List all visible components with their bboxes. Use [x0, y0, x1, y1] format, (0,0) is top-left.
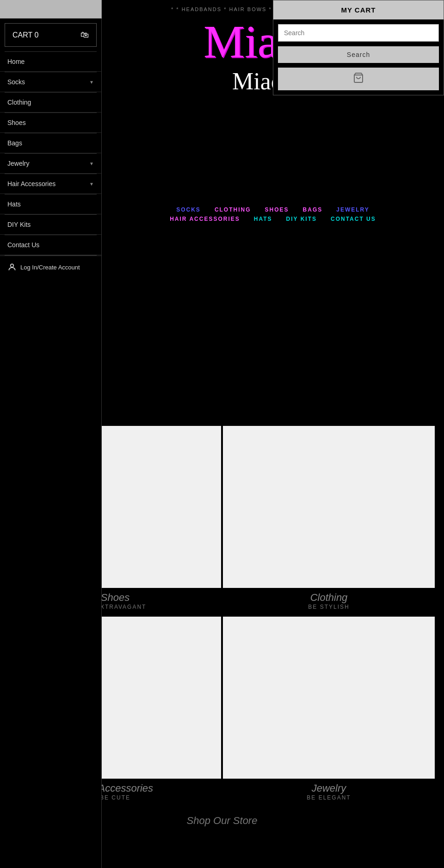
- sidebar-jewelry-label: Jewelry: [7, 160, 29, 167]
- sidebar-cart-button[interactable]: CART 0 🛍: [5, 23, 97, 47]
- sidebar-hats-label: Hats: [7, 200, 21, 208]
- nav-row-2: HAIR ACCESSORIES HATS DIY KITS CONTACT U…: [170, 216, 376, 222]
- nav-item-socks[interactable]: SOCKS: [176, 206, 201, 213]
- shopping-bag-icon: [353, 72, 364, 83]
- sidebar-item-shoes[interactable]: Shoes: [0, 113, 101, 133]
- chevron-down-icon-3: ▼: [89, 181, 94, 187]
- nav-item-hair-accessories[interactable]: HAIR ACCESSORIES: [170, 216, 240, 222]
- sidebar-item-home[interactable]: Home: [0, 52, 101, 72]
- sidebar-item-hair-accessories[interactable]: Hair Accessories ▼: [0, 174, 101, 194]
- svg-point-0: [11, 264, 14, 267]
- sidebar-home-label: Home: [7, 58, 25, 65]
- product-tagline-clothing: BE STYLISH: [223, 604, 435, 610]
- cart-bag-button[interactable]: [278, 68, 439, 90]
- sidebar-item-socks[interactable]: Socks ▼: [0, 72, 101, 92]
- nav-item-shoes[interactable]: SHOES: [265, 206, 289, 213]
- nav-row-1: SOCKS CLOTHING SHOES BAGS JEWELRY: [176, 206, 370, 213]
- product-image-jewelry: [223, 617, 435, 779]
- nav-item-clothing[interactable]: CLOTHING: [215, 206, 251, 213]
- sidebar-socks-label: Socks: [7, 78, 25, 86]
- search-input[interactable]: [278, 24, 439, 42]
- nav-item-diy-kits[interactable]: DIY KITS: [286, 216, 317, 222]
- chevron-down-icon: ▼: [89, 80, 94, 85]
- nav-item-jewelry[interactable]: JEWELRY: [336, 206, 370, 213]
- sidebar-contact-label: Contact Us: [7, 241, 39, 249]
- product-name-clothing: Clothing: [223, 592, 435, 604]
- sidebar-item-bags[interactable]: Bags: [0, 133, 101, 153]
- cart-label: CART 0: [12, 31, 38, 39]
- nav-menu: SOCKS CLOTHING SHOES BAGS JEWELRY HAIR A…: [102, 206, 444, 222]
- chevron-down-icon-2: ▼: [89, 161, 94, 166]
- cart-panel-title: MY CART: [273, 0, 444, 19]
- cart-panel: MY CART Search: [273, 0, 444, 95]
- sidebar-item-jewelry[interactable]: Jewelry ▼: [0, 154, 101, 174]
- sidebar-hair-label: Hair Accessories: [7, 180, 56, 187]
- sidebar: CART 0 🛍 Home Socks ▼ Clothing Shoes Bag…: [0, 19, 102, 868]
- person-icon: [7, 262, 17, 272]
- product-image-clothing: [223, 426, 435, 588]
- nav-item-contact-us[interactable]: CONTACT US: [331, 216, 376, 222]
- sidebar-item-hats[interactable]: Hats: [0, 194, 101, 214]
- top-bar-left: [0, 0, 102, 18]
- product-tagline-jewelry: BE ELEGANT: [223, 794, 435, 801]
- sidebar-item-diy-kits[interactable]: DIY Kits: [0, 215, 101, 235]
- product-name-jewelry: Jewelry: [223, 782, 435, 794]
- sidebar-diy-label: DIY Kits: [7, 221, 31, 228]
- sidebar-item-contact-us[interactable]: Contact Us: [0, 235, 101, 255]
- account-label: Log In/Create Account: [20, 264, 80, 271]
- sidebar-shoes-label: Shoes: [7, 119, 26, 126]
- cart-icon: 🛍: [80, 30, 89, 40]
- product-card-clothing[interactable]: Clothing BE STYLISH: [223, 426, 435, 615]
- nav-item-hats[interactable]: HATS: [254, 216, 272, 222]
- product-card-jewelry[interactable]: Jewelry BE ELEGANT: [223, 617, 435, 806]
- search-button[interactable]: Search: [278, 46, 439, 63]
- sidebar-bags-label: Bags: [7, 139, 22, 147]
- nav-item-bags[interactable]: BAGS: [303, 206, 323, 213]
- sidebar-item-clothing[interactable]: Clothing: [0, 93, 101, 112]
- sidebar-clothing-label: Clothing: [7, 99, 31, 106]
- sidebar-account-button[interactable]: Log In/Create Account: [0, 256, 101, 278]
